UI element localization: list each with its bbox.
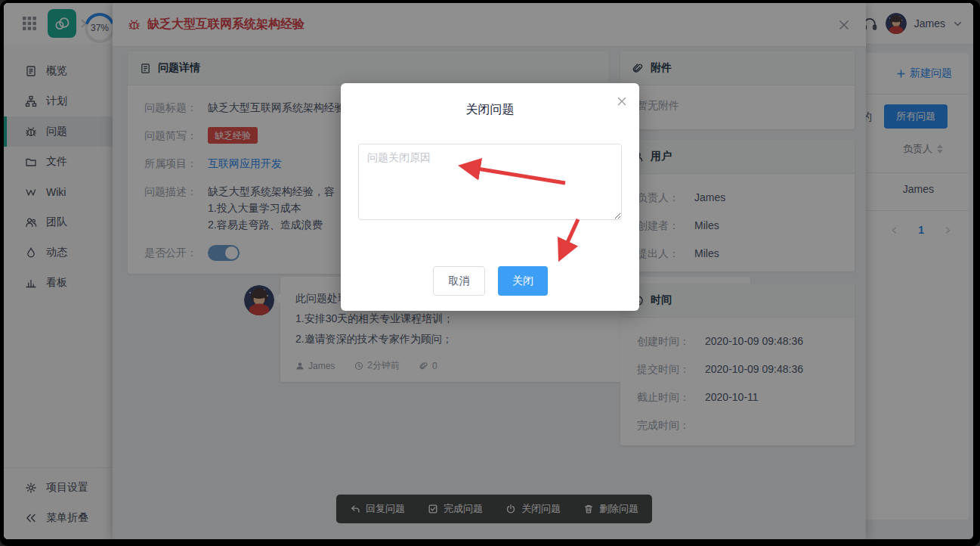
confirm-close-button[interactable]: 关闭 bbox=[498, 266, 548, 296]
app-window: 37% James bbox=[4, 3, 973, 539]
modal-title: 关闭问题 bbox=[341, 102, 639, 118]
close-reason-textarea[interactable] bbox=[358, 144, 622, 220]
screenshot-frame: 37% James bbox=[0, 0, 980, 546]
modal-close-icon[interactable] bbox=[616, 95, 628, 107]
close-issue-modal: 关闭问题 取消 关闭 bbox=[341, 83, 639, 311]
cancel-button[interactable]: 取消 bbox=[433, 266, 485, 296]
